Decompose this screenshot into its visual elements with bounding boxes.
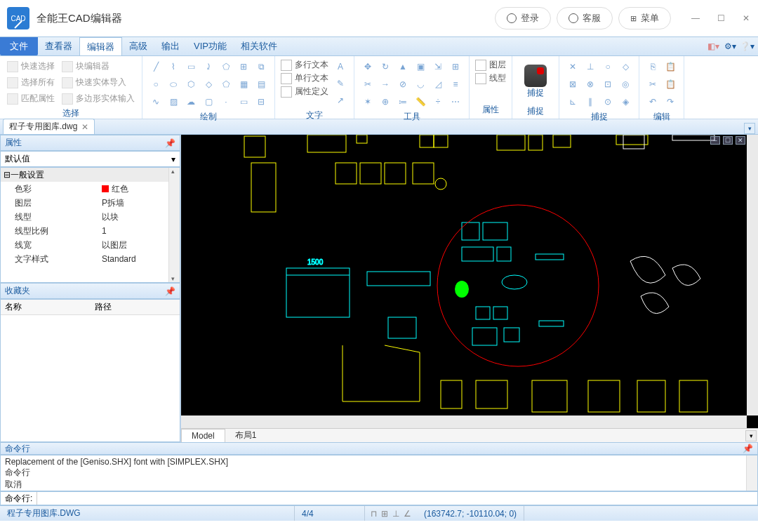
menu-button[interactable]: ⊞菜单 [618,7,671,29]
cut-button[interactable]: ✂ [645,77,660,92]
prop-row-layer[interactable]: 图层P拆墙 [1,196,180,210]
polyline-tool[interactable]: ⌇ [166,59,181,74]
ellipse-tool[interactable]: ⬭ [166,77,181,92]
settings-dropdown-icon[interactable]: ⚙▾ [724,41,736,52]
doctabs-dropdown[interactable]: ▾ [744,123,755,134]
snap-ins[interactable]: ◎ [618,77,633,92]
close-button[interactable]: ✕ [741,13,751,23]
attdef-button[interactable]: 属性定义 [281,86,328,98]
divide-tool[interactable]: ÷ [430,94,446,109]
file-menu[interactable]: 文件 [0,37,38,55]
insert-tool[interactable]: ⊞ [236,59,251,74]
snap-end[interactable]: ✕ [565,59,580,74]
command-panel-header[interactable]: 命令行 📌 [0,442,758,455]
text-tool-1[interactable]: A [333,59,348,74]
command-scrollbar[interactable] [746,455,757,491]
tab-editor[interactable]: 编辑器 [79,37,122,55]
explode-tool[interactable]: ✶ [360,94,375,109]
pin-icon[interactable]: 📌 [165,286,175,296]
minimize-button[interactable]: — [691,13,700,23]
layout-dropdown[interactable]: ▾ [745,430,757,441]
quick-import-button[interactable]: 快速实体导入 [60,75,136,90]
palette-icon[interactable]: ◧▾ [707,41,719,52]
tab-vip[interactable]: VIP功能 [187,37,234,55]
align-tool[interactable]: ≔ [395,94,411,109]
grid-toggle-icon[interactable]: ⊞ [381,509,388,519]
region-tool[interactable]: ▭ [236,94,251,109]
line-tool[interactable]: ╱ [148,59,164,74]
prop-row-textstyle[interactable]: 文字样式Standard [1,252,180,266]
favorites-panel-header[interactable]: 收藏夹 📌 [0,283,180,299]
measure-tool[interactable]: 📏 [413,94,428,109]
copy-button[interactable]: ⎘ [645,59,660,74]
circle-tool[interactable]: ○ [148,77,164,92]
hatch2-tool[interactable]: ▨ [166,94,181,109]
properties-layer-combo[interactable]: 默认值▾ [0,151,180,167]
snap-quad[interactable]: ⊠ [565,77,580,92]
ortho-toggle-icon[interactable]: ⊥ [392,509,399,519]
paste2-button[interactable]: 📋 [663,77,678,92]
quick-select-button[interactable]: 快速选择 [6,59,56,74]
chamfer-tool[interactable]: ◿ [430,77,446,92]
square-tool[interactable]: ◇ [201,77,216,92]
snap-ext[interactable]: ⊡ [600,77,616,92]
prop-row-lineweight[interactable]: 线宽以图层 [1,238,180,252]
stext-button[interactable]: 单行文本 [281,72,328,84]
undo-button[interactable]: ↶ [645,94,660,109]
snap-near[interactable]: ⊙ [600,94,616,109]
linetype-button[interactable]: 线型 [475,72,506,84]
mtext-button[interactable]: 多行文本 [281,59,328,71]
drawing-canvas[interactable]: 1500 [181,135,758,428]
snap-tan[interactable]: ∥ [583,94,598,109]
poly-import-button[interactable]: 多边形实体输入 [60,91,136,106]
snap-app[interactable]: ◈ [618,94,633,109]
text-tool-2[interactable]: ✎ [333,76,348,91]
snap-toggle-icon[interactable]: ⊓ [371,509,377,519]
text-tool-3[interactable]: ↗ [333,93,348,108]
properties-panel-header[interactable]: 属性 📌 [0,135,180,151]
select-all-button[interactable]: 选择所有 [6,75,56,90]
trim-tool[interactable]: ✂ [360,77,375,92]
fav-col-name[interactable]: 名称 [1,300,91,314]
capture-button[interactable]: 捕捉 [518,59,553,104]
snap-cen[interactable]: ○ [600,59,616,74]
stretch-tool[interactable]: ⇲ [430,59,446,74]
snap-int[interactable]: ⊗ [583,77,598,92]
break-tool[interactable]: ⊘ [395,77,411,92]
pin-icon[interactable]: 📌 [165,138,175,148]
hatch-tool[interactable]: ▤ [253,77,269,92]
fav-col-path[interactable]: 路径 [91,300,180,314]
misc-tool[interactable]: ⋯ [448,94,463,109]
canvas-min[interactable]: – [710,136,720,145]
wipeout-tool[interactable]: ▢ [201,94,216,109]
canvas-close[interactable]: ✕ [736,136,745,145]
block-editor-button[interactable]: 块编辑器 [60,59,136,74]
mirror-tool[interactable]: ▲ [395,59,411,74]
prop-row-ltscale[interactable]: 线型比例1 [1,224,180,238]
tab-output[interactable]: 输出 [154,37,187,55]
copy-tool[interactable]: ⧉ [253,59,269,74]
redo-button[interactable]: ↷ [663,94,678,109]
tab-viewer[interactable]: 查看器 [38,37,79,55]
paste-button[interactable]: 📋 [663,59,678,74]
match-props-button[interactable]: 匹配属性 [6,91,56,106]
prop-row-linetype[interactable]: 线型以块 [1,210,180,224]
properties-scrollbar[interactable] [168,168,180,282]
cloud-tool[interactable]: ☁ [183,94,199,109]
prop-group-general[interactable]: ⊟ 一般设置 [1,168,180,182]
document-tab[interactable]: 程子专用图库.dwg ✕ [3,119,95,134]
rect-tool[interactable]: ▭ [183,59,199,74]
offset-tool[interactable]: ≡ [448,77,463,92]
move-tool[interactable]: ✥ [360,59,375,74]
snap-node[interactable]: ◇ [618,59,633,74]
polar-toggle-icon[interactable]: ∠ [404,509,411,519]
spline-tool[interactable]: ∿ [148,94,164,109]
polygon-tool[interactable]: ⬡ [183,77,199,92]
command-input[interactable] [36,492,757,505]
array-tool[interactable]: ⊞ [448,59,463,74]
help-icon[interactable]: ❔▾ [741,41,752,52]
prop-row-color[interactable]: 色彩红色 [1,182,180,196]
canvas-scrollbar-horizontal[interactable] [181,415,747,428]
dim-tool[interactable]: ⊟ [253,94,269,109]
layer-button[interactable]: 图层 [475,59,506,71]
